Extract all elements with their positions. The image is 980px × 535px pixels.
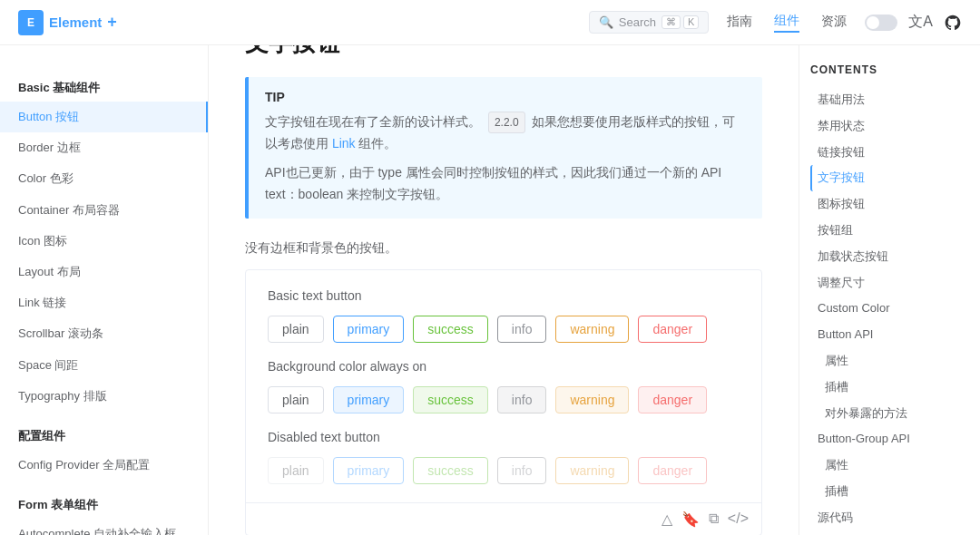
key-k: K	[683, 15, 699, 29]
demo-row2-label: Background color always on	[268, 359, 740, 374]
code-icon[interactable]: </>	[728, 511, 749, 527]
demo-row3-buttons: plain primary success info warning dange…	[268, 457, 740, 484]
sidebar-group-config: 配置组件	[0, 419, 208, 450]
toc-group-slots[interactable]: 插槽	[810, 479, 969, 505]
tip-text-1a: 文字按钮在现在有了全新的设计样式。	[265, 114, 481, 129]
version-badge: 2.2.0	[488, 112, 525, 133]
demo-row1-label: Basic text button	[268, 288, 740, 303]
link-text[interactable]: Link	[332, 136, 356, 151]
btn-disabled-warning: warning	[555, 457, 629, 484]
demo-box: Basic text button plain primary success …	[245, 269, 762, 535]
main-content: 文字按钮 TIP 文字按钮在现在有了全新的设计样式。 2.2.0 如果您想要使用…	[209, 0, 799, 535]
sidebar-item-config-provider[interactable]: Config Provider 全局配置	[0, 450, 208, 481]
logo-icon: E	[18, 10, 44, 35]
theme-toggle[interactable]	[865, 15, 897, 31]
toc-basic-usage[interactable]: 基础用法	[810, 87, 969, 113]
btn-success[interactable]: success	[413, 316, 488, 343]
header-nav: 指南 组件 资源	[727, 13, 847, 33]
copy-icon[interactable]: ⧉	[709, 511, 719, 527]
toc-group-props[interactable]: 属性	[810, 452, 969, 479]
search-icon: 🔍	[599, 15, 613, 29]
sidebar-item-button[interactable]: Button 按钮	[0, 102, 208, 132]
demo-row3-label: Disabled text button	[268, 430, 740, 444]
demo-row1-buttons: plain primary success info warning dange…	[268, 316, 740, 343]
btn-warning[interactable]: warning	[555, 316, 629, 343]
toc-button-slots[interactable]: 插槽	[810, 374, 969, 401]
tip-label: TIP	[265, 90, 746, 104]
toc-btn-group-api[interactable]: Button-Group API	[810, 426, 969, 452]
tip-text-1c: 组件。	[358, 136, 397, 151]
sidebar-group-form: Form 表单组件	[0, 488, 208, 519]
btn-bg-primary[interactable]: primary	[333, 386, 405, 413]
btn-info[interactable]: info	[497, 316, 547, 343]
toggle-dot	[867, 16, 879, 29]
toc-loading-btn[interactable]: 加载状态按钮	[810, 244, 969, 270]
demo-area: Basic text button plain primary success …	[246, 270, 761, 502]
btn-disabled-plain: plain	[268, 457, 324, 484]
btn-bg-warning[interactable]: warning	[555, 386, 629, 413]
sidebar-item-container[interactable]: Container 布局容器	[0, 195, 208, 226]
logo[interactable]: E Element+	[18, 10, 117, 35]
search-label: Search	[619, 15, 656, 29]
sidebar-item-icon[interactable]: Icon 图标	[0, 226, 208, 257]
toc-button-props[interactable]: 属性	[810, 348, 969, 374]
btn-primary[interactable]: primary	[333, 316, 405, 343]
search-bar[interactable]: 🔍 Search ⌘ K	[589, 11, 710, 34]
btn-bg-success[interactable]: success	[413, 386, 488, 413]
logo-plus: +	[107, 13, 117, 32]
sidebar-item-link[interactable]: Link 链接	[0, 287, 208, 318]
btn-disabled-success: success	[413, 457, 488, 484]
sidebar-item-border[interactable]: Border 边框	[0, 132, 208, 163]
toc-text-btn[interactable]: 文字按钮	[810, 165, 969, 191]
sidebar-item-space[interactable]: Space 间距	[0, 350, 208, 381]
demo-row2-buttons: plain primary success info warning dange…	[268, 386, 740, 413]
btn-bg-plain[interactable]: plain	[268, 386, 324, 413]
toc-link-btn[interactable]: 链接按钮	[810, 140, 969, 166]
toc-disabled[interactable]: 禁用状态	[810, 113, 969, 140]
sidebar-item-layout[interactable]: Layout 布局	[0, 257, 208, 287]
left-sidebar: Basic 基础组件 Button 按钮 Border 边框 Color 色彩 …	[0, 45, 209, 535]
nav-item-components[interactable]: 组件	[774, 13, 799, 33]
toc-title: CONTENTS	[810, 63, 969, 76]
tip-box: TIP 文字按钮在现在有了全新的设计样式。 2.2.0 如果您想要使用老版样式的…	[245, 77, 762, 219]
btn-disabled-info: info	[497, 457, 547, 484]
lang-switch[interactable]: 文A	[908, 13, 933, 32]
tip-text-2: API也已更新，由于 type 属性会同时控制按钮的样式，因此我们通过一个新的 …	[265, 162, 746, 206]
toc-source-code[interactable]: 源代码	[810, 505, 969, 531]
btn-bg-info[interactable]: info	[497, 386, 547, 413]
btn-disabled-danger: danger	[638, 457, 707, 484]
sidebar-item-color[interactable]: Color 色彩	[0, 163, 208, 194]
toc-contributors[interactable]: 贡献者	[810, 531, 969, 535]
btn-disabled-primary: primary	[333, 457, 405, 484]
sidebar-item-scrollbar[interactable]: Scrollbar 滚动条	[0, 318, 208, 349]
search-shortcut: ⌘ K	[662, 15, 699, 29]
tip-text-1: 文字按钮在现在有了全新的设计样式。 2.2.0 如果您想要使用老版样式的按钮，可…	[265, 112, 746, 155]
sidebar-group-basic: Basic 基础组件	[0, 71, 208, 102]
toc-size[interactable]: 调整尺寸	[810, 270, 969, 297]
header: E Element+ 🔍 Search ⌘ K 指南 组件 资源 文A	[0, 0, 980, 45]
header-actions: 文A	[865, 13, 962, 32]
toc-button-api[interactable]: Button API	[810, 322, 969, 348]
toc-icon-btn[interactable]: 图标按钮	[810, 191, 969, 218]
btn-plain[interactable]: plain	[268, 316, 324, 343]
toc-btn-group[interactable]: 按钮组	[810, 218, 969, 244]
toc-custom-color[interactable]: Custom Color	[810, 296, 969, 322]
nav-item-guide[interactable]: 指南	[727, 14, 752, 32]
edit-icon[interactable]: △	[662, 511, 672, 528]
toc-exposed-methods[interactable]: 对外暴露的方法	[810, 401, 969, 427]
bookmark-icon[interactable]: 🔖	[681, 511, 700, 528]
section-desc: 没有边框和背景色的按钮。	[245, 240, 762, 257]
btn-bg-danger[interactable]: danger	[638, 386, 707, 413]
nav-item-resources[interactable]: 资源	[821, 14, 847, 32]
toc-sidebar: CONTENTS 基础用法 禁用状态 链接按钮 文字按钮 图标按钮 按钮组 加载…	[799, 45, 980, 535]
sidebar-item-typography[interactable]: Typography 排版	[0, 381, 208, 412]
github-icon[interactable]	[944, 14, 962, 32]
logo-text: Element	[49, 15, 102, 30]
demo-toolbar: △ 🔖 ⧉ </>	[246, 502, 761, 535]
sidebar-item-autocomplete[interactable]: Autocomplete 自动补全输入框	[0, 519, 208, 535]
key-cmd: ⌘	[662, 15, 681, 29]
btn-danger[interactable]: danger	[638, 316, 707, 343]
